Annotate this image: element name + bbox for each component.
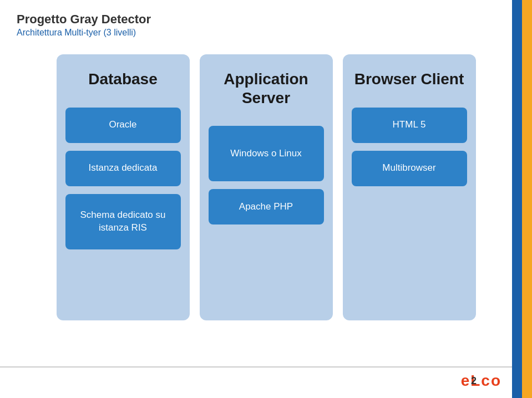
- column-browser-client: Browser Client HTML 5 Multibrowser: [343, 54, 476, 320]
- item-apache-php: Apache PHP: [209, 189, 324, 224]
- item-windows-linux: Windows o Linux: [209, 126, 324, 181]
- main-content: Database Oracle Istanza dedicata Schema …: [0, 43, 532, 331]
- item-oracle: Oracle: [65, 108, 181, 143]
- column-database: Database Oracle Istanza dedicata Schema …: [57, 54, 190, 320]
- item-istanza-dedicata: Istanza dedicata: [65, 151, 181, 186]
- accent-bar-blue: [512, 0, 522, 398]
- accent-bar-gold: [522, 0, 532, 398]
- item-schema-dedicato: Schema dedicato su istanza RIS: [65, 194, 181, 249]
- page-number: 2: [471, 375, 477, 387]
- column-title-application-server: Application Server: [209, 64, 324, 118]
- column-title-browser-client: Browser Client: [352, 64, 467, 100]
- page-subtitle: Architettura Multi-tyer (3 livelli): [17, 28, 515, 38]
- item-multibrowser: Multibrowser: [352, 151, 467, 186]
- column-title-database: Database: [65, 64, 181, 100]
- page-title: Progetto Gray Detector: [17, 12, 515, 27]
- header: Progetto Gray Detector Architettura Mult…: [0, 0, 532, 43]
- item-html5: HTML 5: [352, 108, 467, 143]
- elco-logo: eLco: [461, 372, 501, 390]
- column-application-server: Application Server Windows o Linux Apach…: [200, 54, 333, 320]
- bottom-divider: [0, 366, 512, 368]
